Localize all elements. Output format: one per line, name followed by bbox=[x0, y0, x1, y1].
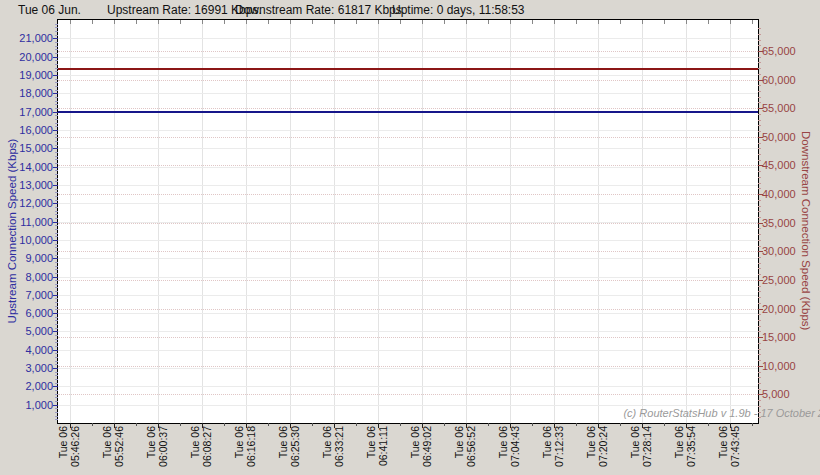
left-gridline bbox=[58, 38, 758, 39]
right-axis-minor-tick bbox=[758, 143, 761, 144]
left-axis-minor-tick bbox=[55, 101, 58, 102]
left-axis-tick bbox=[53, 277, 58, 278]
right-axis-tick-label: 20,000 bbox=[762, 303, 820, 315]
left-axis-tick bbox=[53, 368, 58, 369]
left-axis-minor-tick bbox=[55, 170, 58, 171]
right-axis-minor-tick bbox=[758, 177, 761, 178]
left-axis-minor-tick bbox=[55, 298, 58, 299]
left-axis-tick-label: 9,000 bbox=[0, 252, 53, 264]
left-axis-minor-tick bbox=[55, 108, 58, 109]
left-axis-tick-label: 10,000 bbox=[0, 234, 53, 246]
right-axis-minor-tick bbox=[758, 274, 761, 275]
right-axis-minor-tick bbox=[758, 114, 761, 115]
x-axis-top-tick bbox=[532, 20, 533, 24]
left-axis-minor-tick bbox=[55, 328, 58, 329]
x-axis-top-tick bbox=[356, 20, 357, 24]
right-axis-minor-tick bbox=[758, 74, 761, 75]
left-axis-tick bbox=[53, 331, 58, 332]
x-axis-top-tick bbox=[158, 20, 159, 24]
x-axis-tick-label: Tue 0605:52:46 bbox=[101, 426, 125, 475]
x-axis-minor-tick bbox=[752, 423, 753, 426]
left-axis-tick bbox=[53, 75, 58, 76]
right-axis-minor-tick bbox=[758, 234, 761, 235]
right-axis-minor-tick bbox=[758, 263, 761, 264]
status-uptime: Uptime: 0 days, 11:58:53 bbox=[392, 3, 525, 17]
left-axis-minor-tick bbox=[55, 401, 58, 402]
left-axis-minor-tick bbox=[55, 317, 58, 318]
left-axis-minor-tick bbox=[55, 225, 58, 226]
left-axis-minor-tick bbox=[55, 178, 58, 179]
left-axis-minor-tick bbox=[55, 123, 58, 124]
left-axis-tick bbox=[53, 93, 58, 94]
x-axis-top-tick bbox=[576, 20, 577, 24]
routerstats-window: Tue 06 Jun. Upstream Rate: 16991 Kbps. D… bbox=[0, 0, 820, 475]
left-axis-minor-tick bbox=[55, 104, 58, 105]
right-gridline bbox=[58, 137, 758, 138]
right-axis-tick-label: 55,000 bbox=[762, 102, 820, 114]
left-axis-minor-tick bbox=[55, 27, 58, 28]
x-axis-top-tick bbox=[664, 20, 665, 24]
left-axis-minor-tick bbox=[55, 302, 58, 303]
left-axis-minor-tick bbox=[55, 394, 58, 395]
left-axis-tick-label: 5,000 bbox=[0, 325, 53, 337]
left-gridline bbox=[58, 57, 758, 58]
left-axis-tick-label: 18,000 bbox=[0, 87, 53, 99]
left-axis-minor-tick bbox=[55, 82, 58, 83]
x-axis-minor-tick bbox=[444, 423, 445, 426]
right-axis-minor-tick bbox=[758, 131, 761, 132]
right-gridline bbox=[58, 366, 758, 367]
right-axis-minor-tick bbox=[758, 320, 761, 321]
right-gridline bbox=[58, 394, 758, 395]
x-axis-top-tick bbox=[642, 20, 643, 24]
left-axis-tick-label: 2,000 bbox=[0, 380, 53, 392]
right-axis-minor-tick bbox=[758, 160, 761, 161]
left-gridline bbox=[58, 167, 758, 168]
x-axis-tick-label: Tue 0606:49:02 bbox=[409, 426, 433, 475]
left-axis-tick bbox=[53, 405, 58, 406]
right-axis-minor-tick bbox=[758, 246, 761, 247]
left-axis-minor-tick bbox=[55, 375, 58, 376]
right-axis-minor-tick bbox=[758, 91, 761, 92]
left-axis-tick bbox=[53, 185, 58, 186]
left-axis-tick bbox=[53, 240, 58, 241]
watermark: (c) RouterStatsHub v 1.9b - 17 October 2 bbox=[623, 407, 820, 419]
right-axis-tick-label: 10,000 bbox=[762, 360, 820, 372]
x-axis-minor-tick bbox=[576, 423, 577, 426]
x-axis-top-tick bbox=[708, 20, 709, 24]
right-axis-tick-label: 60,000 bbox=[762, 74, 820, 86]
right-axis-tick-label: 15,000 bbox=[762, 331, 820, 343]
left-gridline bbox=[58, 75, 758, 76]
left-axis-minor-tick bbox=[55, 255, 58, 256]
left-axis-minor-tick bbox=[55, 214, 58, 215]
left-axis-minor-tick bbox=[55, 189, 58, 190]
left-axis-minor-tick bbox=[55, 31, 58, 32]
x-axis-tick-label: Tue 0607:04:43 bbox=[497, 426, 521, 475]
left-axis-minor-tick bbox=[55, 79, 58, 80]
left-gridline bbox=[58, 203, 758, 204]
right-axis-minor-tick bbox=[758, 372, 761, 373]
right-axis-tick-label: 30,000 bbox=[762, 245, 820, 257]
left-axis-tick bbox=[53, 258, 58, 259]
left-axis-tick bbox=[53, 295, 58, 296]
right-axis-tick-label: 45,000 bbox=[762, 159, 820, 171]
left-axis-minor-tick bbox=[55, 53, 58, 54]
left-axis-minor-tick bbox=[55, 137, 58, 138]
left-axis-tick-label: 15,000 bbox=[0, 142, 53, 154]
left-axis-tick bbox=[53, 38, 58, 39]
x-axis-minor-tick bbox=[224, 423, 225, 426]
right-axis-minor-tick bbox=[758, 228, 761, 229]
left-axis-minor-tick bbox=[55, 284, 58, 285]
right-axis-minor-tick bbox=[758, 28, 761, 29]
left-gridline bbox=[58, 185, 758, 186]
right-axis-minor-tick bbox=[758, 297, 761, 298]
left-axis-minor-tick bbox=[55, 306, 58, 307]
x-axis-top-tick bbox=[444, 20, 445, 24]
left-axis-minor-tick bbox=[55, 181, 58, 182]
right-axis-tick-label: 40,000 bbox=[762, 188, 820, 200]
right-axis-minor-tick bbox=[758, 154, 761, 155]
x-axis-top-tick bbox=[488, 20, 489, 24]
right-axis-minor-tick bbox=[758, 148, 761, 149]
left-axis-tick bbox=[53, 148, 58, 149]
left-axis-minor-tick bbox=[55, 269, 58, 270]
left-axis-tick bbox=[53, 313, 58, 314]
